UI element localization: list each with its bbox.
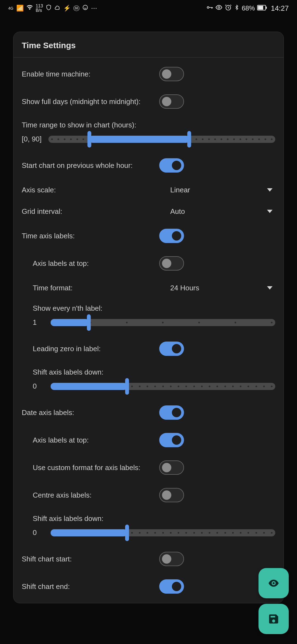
toggle-show-full-days[interactable] <box>159 94 184 109</box>
svg-rect-6 <box>266 7 267 9</box>
chevron-down-icon <box>267 286 273 290</box>
row-axis-scale[interactable]: Axis scale: Linear <box>22 179 275 201</box>
row-show-full-days: Show full days (midnight to midnight): <box>22 88 275 115</box>
bluetooth-icon <box>234 4 240 13</box>
more-icon: ⋯ <box>91 5 97 12</box>
label-grid-interval: Grid interval: <box>22 207 154 216</box>
label-custom-format: Use custom format for axis labels: <box>33 463 154 472</box>
label-enable-time-machine: Enable time machine: <box>22 70 154 78</box>
svg-point-0 <box>83 5 88 10</box>
toggle-date-labels-top[interactable] <box>159 433 184 447</box>
label-time-range: Time range to show in chart (hours): <box>22 115 275 132</box>
page-title: Time Settings <box>22 41 275 50</box>
row-time-range-slider: [0, 90] <box>22 132 275 152</box>
slider-shift-date[interactable] <box>51 529 275 536</box>
status-right: 68% 14:27 <box>206 4 289 13</box>
svg-point-1 <box>207 7 209 9</box>
shift-date-value: 0 <box>33 528 44 537</box>
label-date-labels-top: Axis labels at top: <box>33 436 154 444</box>
slider-handle[interactable] <box>125 525 129 541</box>
toggle-time-labels-top[interactable] <box>159 256 184 271</box>
net-speed: 113B/s <box>36 4 43 13</box>
slider-show-nth[interactable] <box>51 319 275 326</box>
slider-time-range[interactable] <box>48 136 275 143</box>
toggle-time-axis-labels[interactable] <box>159 229 184 243</box>
slider-shift-time[interactable] <box>51 383 275 390</box>
row-shift-date-slider: 0 <box>22 526 275 545</box>
status-left: 4G 📶 113B/s ⚡ 68 ⋯ <box>8 4 97 13</box>
shield-icon <box>46 4 52 12</box>
shift-time-value: 0 <box>33 382 44 391</box>
value-axis-scale: Linear <box>159 186 262 194</box>
row-date-axis-labels: Date axis labels: <box>22 399 275 426</box>
slider-handle[interactable] <box>87 314 91 331</box>
toggle-enable-time-machine[interactable] <box>159 67 184 81</box>
label-show-nth: Show every n'th label: <box>22 299 275 315</box>
show-nth-value: 1 <box>33 318 44 327</box>
slider-handle[interactable] <box>125 378 129 395</box>
badge-icon: 68 <box>73 6 79 11</box>
toggle-date-axis-labels[interactable] <box>159 405 184 420</box>
toggle-leading-zero[interactable] <box>159 342 184 356</box>
value-time-format: 24 Hours <box>159 284 262 292</box>
toggle-custom-format[interactable] <box>159 460 184 475</box>
label-time-axis-labels: Time axis labels: <box>22 232 154 240</box>
label-leading-zero: Leading zero in label: <box>33 345 154 353</box>
range-handle-max[interactable] <box>187 131 191 148</box>
save-icon <box>268 613 280 625</box>
chevron-down-icon <box>267 210 273 213</box>
eye-icon <box>268 577 280 589</box>
time-settings-card: Time Settings Enable time machine: Show … <box>13 32 284 603</box>
battery-icon <box>257 4 267 12</box>
toggle-shift-chart-end[interactable] <box>159 579 184 594</box>
row-time-axis-labels: Time axis labels: <box>22 222 275 250</box>
toggle-centre-labels[interactable] <box>159 488 184 502</box>
row-custom-format: Use custom format for axis labels: <box>22 454 275 481</box>
row-centre-labels: Centre axis labels: <box>22 481 275 509</box>
label-shift-time-down: Shift axis labels down: <box>22 362 275 379</box>
status-bar: 4G 📶 113B/s ⚡ 68 ⋯ 68 <box>0 0 297 17</box>
label-axis-scale: Axis scale: <box>22 186 154 194</box>
fab-save[interactable] <box>258 604 289 634</box>
row-show-nth-slider: 1 <box>22 315 275 335</box>
time-range-value: [0, 90] <box>22 135 42 143</box>
eye-icon <box>215 4 222 13</box>
status-time: 14:27 <box>271 4 289 13</box>
toggle-start-prev-hour[interactable] <box>159 158 184 173</box>
bolt-icon: ⚡ <box>63 5 71 12</box>
label-shift-chart-start: Shift chart start: <box>22 555 154 563</box>
label-show-full-days: Show full days (midnight to midnight): <box>22 97 154 106</box>
row-leading-zero: Leading zero in label: <box>22 335 275 362</box>
row-time-labels-top: Axis labels at top: <box>22 250 275 277</box>
row-start-prev-hour: Start chart on previous whole hour: <box>22 152 275 179</box>
row-enable-time-machine: Enable time machine: <box>22 60 275 88</box>
svg-point-2 <box>218 7 220 9</box>
fab-preview[interactable] <box>258 568 289 598</box>
cloud-icon <box>54 4 61 12</box>
label-date-axis-labels: Date axis labels: <box>22 408 154 417</box>
label-time-format: Time format: <box>33 284 154 292</box>
value-grid-interval: Auto <box>159 207 262 216</box>
toggle-shift-chart-start[interactable] <box>159 552 184 566</box>
signal-bars-icon: 📶 <box>16 5 24 12</box>
label-start-prev-hour: Start chart on previous whole hour: <box>22 161 154 170</box>
card-header: Time Settings <box>13 32 284 58</box>
chevron-down-icon <box>267 188 273 192</box>
label-centre-labels: Centre axis labels: <box>33 491 154 500</box>
label-shift-chart-end: Shift chart end: <box>22 582 154 591</box>
wifi-icon <box>26 4 33 12</box>
dial-icon <box>82 4 88 12</box>
row-shift-time-slider: 0 <box>22 379 275 399</box>
alarm-icon <box>225 4 232 13</box>
svg-rect-5 <box>258 6 263 10</box>
row-time-format[interactable]: Time format: 24 Hours <box>22 277 275 299</box>
row-date-labels-top: Axis labels at top: <box>22 426 275 454</box>
row-shift-chart-start: Shift chart start: <box>22 545 275 573</box>
key-icon <box>206 4 213 13</box>
row-shift-chart-end: Shift chart end: <box>22 573 275 600</box>
label-time-labels-top: Axis labels at top: <box>33 259 154 268</box>
battery-percent: 68% <box>242 4 255 12</box>
signal-4g-icon: 4G <box>8 6 13 10</box>
range-handle-min[interactable] <box>87 131 91 148</box>
row-grid-interval[interactable]: Grid interval: Auto <box>22 201 275 222</box>
